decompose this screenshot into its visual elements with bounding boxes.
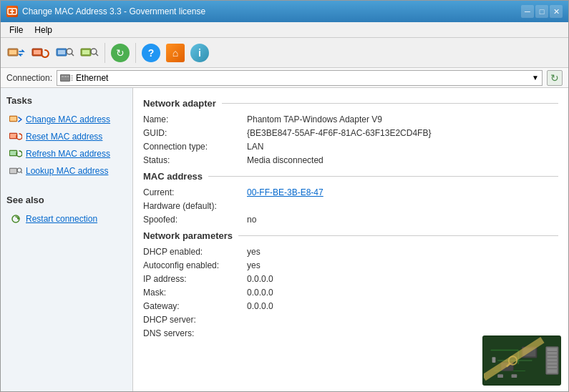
gateway-label: Gateway: — [143, 301, 247, 311]
toolbar-change-mac-button[interactable] — [5, 41, 28, 64]
mask-label: Mask: — [143, 288, 247, 298]
maximize-button[interactable]: □ — [535, 5, 548, 18]
lookup-mac-label: Lookup MAC address — [26, 166, 108, 176]
gateway-value: 0.0.0.0 — [247, 301, 273, 311]
adapter-status-value: Media disconnected — [247, 155, 324, 165]
gateway-row: Gateway: 0.0.0.0 — [143, 301, 558, 311]
toolbar-refresh-button[interactable]: ↻ — [109, 41, 132, 64]
sidebar-spacer — [6, 180, 127, 195]
adapter-status-row: Status: Media disconnected — [143, 155, 558, 165]
network-adapter-header: Network adapter — [143, 98, 558, 109]
adapter-name-value: Phantom TAP-Windows Adapter V9 — [247, 114, 382, 124]
toolbar-separator-2 — [135, 43, 136, 63]
adapter-status-label: Status: — [143, 155, 247, 165]
menu-help[interactable]: Help — [29, 24, 58, 36]
svg-rect-47 — [497, 374, 503, 378]
network-adapter-icon — [60, 73, 73, 83]
tasks-section-title: Tasks — [6, 95, 127, 106]
dhcp-enabled-row: DHCP enabled: yes — [143, 247, 558, 257]
window-title: Change MAC Address 3.3 - Government lice… — [22, 6, 205, 16]
svg-line-15 — [96, 54, 98, 56]
svg-rect-19 — [64, 76, 67, 77]
connection-bar: Connection: Ethernet ▼ ↻ — [1, 68, 568, 88]
toolbar-home-button[interactable]: ⌂ — [164, 41, 187, 64]
svg-rect-18 — [62, 76, 64, 77]
sidebar-item-reset-mac[interactable]: Reset MAC address — [6, 129, 127, 144]
adapter-connection-type-value: LAN — [247, 142, 263, 152]
connection-select[interactable]: Ethernet ▼ — [57, 70, 543, 86]
mac-hardware-row: Hardware (default): — [143, 201, 558, 211]
refresh-mac-icon — [9, 148, 22, 160]
sidebar-item-lookup-mac[interactable]: Lookup MAC address — [6, 163, 127, 179]
restart-connection-label: Restart connection — [26, 214, 97, 224]
svg-rect-9 — [58, 50, 65, 54]
app-icon — [6, 6, 18, 17]
adapter-image — [482, 335, 561, 386]
sidebar-item-change-mac[interactable]: Change MAC address — [6, 112, 127, 127]
dhcp-enabled-value: yes — [247, 247, 261, 257]
svg-rect-30 — [10, 151, 16, 155]
svg-rect-6 — [34, 50, 41, 54]
dns-servers-label: DNS servers: — [143, 328, 247, 338]
restart-connection-icon — [9, 213, 22, 225]
lookup-mac-icon — [9, 165, 22, 177]
autoconfig-enabled-row: Autoconfig enabled: yes — [143, 260, 558, 270]
adapter-image-inner — [484, 337, 560, 384]
autoconfig-enabled-label: Autoconfig enabled: — [143, 260, 247, 270]
reset-mac-label: Reset MAC address — [26, 132, 102, 142]
connection-label: Connection: — [6, 73, 52, 83]
mac-current-value[interactable]: 00-FF-BE-3B-E8-47 — [247, 187, 324, 197]
adapter-connection-type-row: Connection type: LAN — [143, 142, 558, 152]
toolbar-help-button[interactable]: ? — [140, 41, 162, 64]
ip-address-label: IP address: — [143, 274, 247, 284]
dhcp-server-row: DHCP server: — [143, 315, 558, 325]
main-content: Tasks Change MAC address Reset — [1, 88, 568, 392]
right-panel: Network adapter Name: Phantom TAP-Window… — [133, 88, 568, 392]
home-icon: ⌂ — [166, 44, 185, 62]
close-button[interactable]: ✕ — [550, 5, 563, 18]
minimize-button[interactable]: ─ — [521, 5, 534, 18]
title-bar: Change MAC Address 3.3 - Government lice… — [1, 1, 568, 22]
toolbar-reset-mac-button[interactable] — [29, 41, 52, 64]
svg-point-14 — [91, 49, 97, 54]
sidebar: Tasks Change MAC address Reset — [1, 88, 133, 392]
network-params-header: Network parameters — [143, 230, 558, 241]
toolbar-info-button[interactable]: i — [188, 41, 211, 64]
svg-rect-13 — [82, 50, 89, 54]
mac-spoofed-label: Spoofed: — [143, 215, 247, 225]
refresh-mac-label: Refresh MAC address — [26, 149, 110, 159]
svg-point-34 — [17, 168, 21, 172]
network-params-title: Network parameters — [143, 230, 233, 241]
sidebar-item-restart-connection[interactable]: Restart connection — [6, 211, 127, 227]
adapter-connection-type-label: Connection type: — [143, 142, 247, 152]
sidebar-item-refresh-mac[interactable]: Refresh MAC address — [6, 146, 127, 162]
change-mac-icon — [9, 114, 22, 125]
toolbar: ↻ ? ⌂ i — [1, 38, 568, 68]
svg-rect-46 — [492, 357, 496, 363]
mac-current-label: Current: — [143, 187, 247, 197]
section-divider-2 — [208, 176, 558, 177]
menu-file[interactable]: File — [4, 24, 29, 36]
ip-address-row: IP address: 0.0.0.0 — [143, 274, 558, 284]
connection-refresh-icon: ↻ — [550, 72, 559, 84]
toolbar-lookup1-button[interactable] — [54, 41, 77, 64]
section-divider-1 — [222, 103, 558, 104]
svg-line-35 — [21, 172, 23, 174]
info-icon: i — [190, 44, 209, 62]
svg-rect-48 — [512, 374, 517, 378]
mac-current-row: Current: 00-FF-BE-3B-E8-47 — [143, 187, 558, 197]
toolbar-separator-1 — [104, 43, 105, 63]
mac-spoofed-row: Spoofed: no — [143, 215, 558, 225]
connection-refresh-button[interactable]: ↻ — [547, 70, 563, 86]
svg-rect-4 — [9, 50, 16, 54]
toolbar-lookup2-button[interactable] — [78, 41, 101, 64]
mac-address-title: MAC address — [143, 171, 203, 182]
svg-line-11 — [72, 54, 74, 56]
see-also-title: See also — [6, 195, 127, 205]
svg-rect-33 — [10, 169, 16, 173]
dropdown-arrow: ▼ — [532, 74, 539, 82]
svg-rect-20 — [67, 76, 69, 77]
mac-hardware-label: Hardware (default): — [143, 201, 247, 211]
adapter-name-row: Name: Phantom TAP-Windows Adapter V9 — [143, 114, 558, 124]
adapter-guid-row: GUID: {BE3BE847-55AF-4F6F-81AC-63F13E2CD… — [143, 128, 558, 138]
